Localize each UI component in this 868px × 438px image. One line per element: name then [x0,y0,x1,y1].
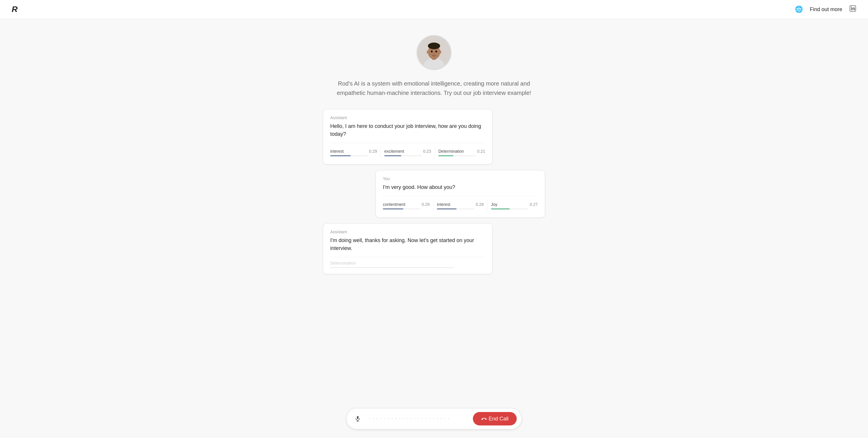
emotion-bar-contentment [383,208,420,209]
header-left: R [12,5,18,14]
bottom-bar: · · · · · · · · · · · · · · · · · · · · … [0,402,868,438]
emotion-row-3: Determination [330,257,485,268]
avatar [416,35,452,70]
main-content: Rod's AI is a system with emotional inte… [0,0,868,438]
emotion-joy: Joy 0.27 [491,202,538,209]
emotion-determination-3: Determination [330,261,485,268]
chat-bubble-2: You I'm very good. How about you? conten… [376,170,545,217]
bubble-text-3: I'm doing well, thanks for asking. Now l… [330,237,485,252]
emotion-label-determination: Determination [438,149,464,154]
chat-area: Assistant Hello, I am here to conduct yo… [317,109,551,309]
header-right: 🌐 Find out more [795,5,856,14]
svg-point-9 [435,50,437,53]
svg-point-7 [428,43,440,49]
emotion-row-2: contentment 0.29 interest 0.28 [383,196,538,211]
emotion-bar-interest [330,155,368,156]
emotion-interest-2: interest 0.28 [437,202,484,209]
emotion-label-interest: interest [330,149,344,154]
emotion-value-excitement: 0.23 [423,149,431,154]
emotion-label-excitement: excitement [384,149,404,154]
svg-point-12 [439,50,441,54]
hero-description: Rod's AI is a system with emotional inte… [335,79,533,98]
bubble-text-2: I'm very good. How about you? [383,183,538,191]
emotion-bar-determination [438,155,476,156]
waveform-display: · · · · · · · · · · · · · · · · · · · · … [369,416,468,422]
end-call-button[interactable]: End Call [473,412,517,426]
emotion-contentment: contentment 0.29 [383,202,430,209]
emotion-value-interest: 0.29 [369,149,377,154]
emotion-bar-determination-3 [330,267,454,268]
avatar-section [416,35,452,70]
svg-rect-1 [851,8,852,10]
find-out-more-link[interactable]: Find out more [810,6,842,12]
chat-bubble-1: Assistant Hello, I am here to conduct yo… [323,109,492,164]
svg-rect-13 [357,416,359,419]
bubble-role-1: Assistant [330,115,485,120]
emotion-excitement: excitement 0.23 [384,149,431,156]
bubble-role-2: You [383,176,538,181]
input-row: · · · · · · · · · · · · · · · · · · · · … [346,408,522,429]
svg-point-10 [433,53,435,55]
linkedin-icon[interactable] [849,5,856,14]
app-header: R 🌐 Find out more [0,0,868,19]
svg-point-11 [427,50,429,54]
emotion-label-joy: Joy [491,202,497,207]
emotion-determination: Determination 0.21 [438,149,485,156]
svg-point-2 [851,6,852,7]
emotion-value-joy: 0.27 [530,202,538,207]
globe-icon[interactable]: 🌐 [795,5,803,13]
svg-point-8 [431,50,433,53]
emotion-value-interest-2: 0.28 [476,202,484,207]
bubble-role-3: Assistant [330,230,485,234]
bubble-text-1: Hello, I am here to conduct your job int… [330,122,485,138]
emotion-bar-excitement [384,155,422,156]
emotion-label-interest-2: interest [437,202,451,207]
emotion-row-1: interest 0.29 excitement 0.23 [330,143,485,158]
phone-svg-icon [480,415,488,423]
emotion-value-determination: 0.21 [477,149,485,154]
emotion-bar-joy [491,208,528,209]
mic-icon [354,415,361,422]
mic-button[interactable] [351,412,364,425]
phone-icon [479,415,488,423]
end-call-label: End Call [489,416,508,422]
logo: R [12,5,18,14]
emotion-interest: interest 0.29 [330,149,377,156]
emotion-value-contentment: 0.29 [422,202,430,207]
emotion-label-contentment: contentment [383,202,405,207]
emotion-bar-interest-2 [437,208,474,209]
emotion-label-determination-3: Determination [330,261,356,265]
chat-bubble-3: Assistant I'm doing well, thanks for ask… [323,224,492,274]
